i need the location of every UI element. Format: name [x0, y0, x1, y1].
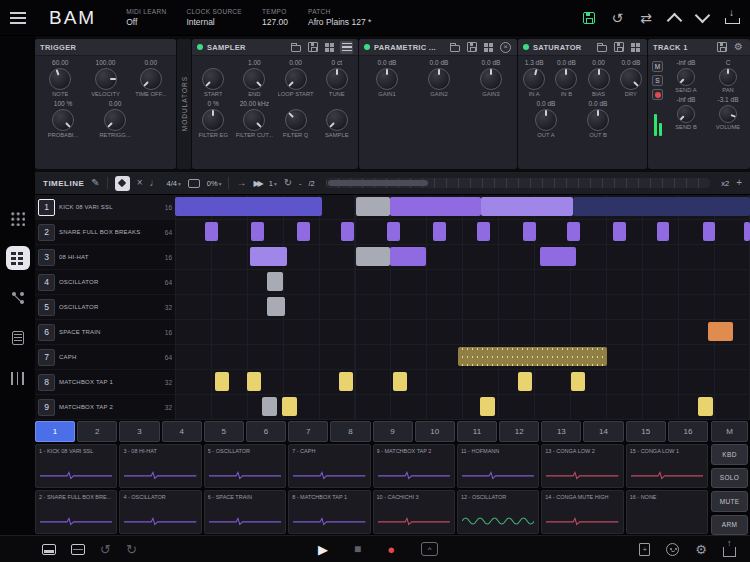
track-number[interactable]: 5: [38, 299, 55, 316]
track-number[interactable]: 6: [38, 324, 55, 341]
knob-gain2[interactable]: 0.0 dBGAIN2: [419, 59, 459, 97]
knob-dry[interactable]: 0.0 dBDRY: [615, 59, 647, 97]
note-block[interactable]: [215, 372, 229, 391]
note-block[interactable]: [387, 222, 400, 241]
sequencer-row[interactable]: [175, 345, 750, 370]
track-row[interactable]: 5OSCILLATOR32: [35, 295, 175, 320]
pattern-slot-8[interactable]: 8: [330, 421, 370, 442]
pattern-cell[interactable]: 13 - CONGA LOW 2: [541, 444, 623, 488]
track-settings-button[interactable]: ⚙: [732, 41, 745, 54]
pattern-cell[interactable]: 11 - HOFMANN: [457, 444, 539, 488]
save-preset-button[interactable]: [306, 41, 319, 54]
note-block[interactable]: [703, 222, 716, 241]
pattern-slot-14[interactable]: 14: [583, 421, 623, 442]
note-block[interactable]: [518, 372, 532, 391]
add-file-button[interactable]: +: [639, 543, 650, 556]
share-button[interactable]: [723, 542, 736, 557]
sequencer-row[interactable]: [175, 270, 750, 295]
note-block[interactable]: [356, 197, 390, 216]
knob-volume[interactable]: -3.1 dBVOLUME: [708, 96, 748, 130]
knob-gain1[interactable]: 0.0 dBGAIN1: [367, 59, 407, 97]
knob-sample[interactable]: SAMPLE: [317, 100, 357, 138]
solo-button[interactable]: SOLO: [711, 468, 748, 489]
note-block[interactable]: [433, 222, 446, 241]
pattern-slot-m[interactable]: M: [711, 421, 748, 442]
pattern-slot-16[interactable]: 16: [668, 421, 708, 442]
time-signature[interactable]: 4/4▾: [167, 179, 181, 188]
knob-note[interactable]: 60.00NOTE: [40, 59, 80, 97]
layout-split-button[interactable]: [42, 544, 56, 555]
track-number[interactable]: 7: [38, 349, 55, 366]
patch-field[interactable]: PATCH Afro Plains 127 *: [308, 8, 371, 27]
knob-loop-start[interactable]: 0.00LOOP START: [276, 59, 316, 97]
knob-dial[interactable]: [376, 68, 398, 90]
knob-filter-q[interactable]: FILTER Q: [276, 100, 316, 138]
pattern-slot-9[interactable]: 9: [373, 421, 413, 442]
scrollbar-handle[interactable]: [328, 180, 428, 186]
knob-dial[interactable]: [202, 109, 224, 131]
track-number[interactable]: 4: [38, 274, 55, 291]
pencil-tool-button[interactable]: ✎: [91, 178, 99, 188]
pattern-cell[interactable]: 6 - SPACE TRAIN: [204, 490, 286, 534]
note-block[interactable]: [390, 247, 426, 266]
fast-forward-button[interactable]: ▶▶: [253, 179, 261, 188]
track-number[interactable]: 8: [38, 374, 55, 391]
sequencer-row[interactable]: [175, 320, 750, 345]
zoom-button[interactable]: x2: [721, 179, 729, 188]
knob-dial[interactable]: [326, 109, 348, 131]
power-led-icon[interactable]: [197, 44, 203, 50]
knob-dial[interactable]: [555, 68, 577, 90]
clock-source-field[interactable]: CLOCK SOURCE Internal: [186, 8, 242, 27]
knob-dial[interactable]: [326, 68, 348, 90]
knob-dial[interactable]: [202, 68, 224, 90]
layout-full-button[interactable]: [71, 544, 85, 555]
pattern-slot-10[interactable]: 10: [415, 421, 455, 442]
track-row[interactable]: 1KICK 08 VARI SSL16: [35, 195, 175, 220]
save-preset-button[interactable]: [465, 41, 478, 54]
note-block[interactable]: [390, 197, 481, 216]
clear-button[interactable]: ×: [137, 178, 143, 188]
undo-button[interactable]: ↺: [100, 542, 111, 557]
settings-button[interactable]: ⚙: [695, 543, 707, 556]
sequencer-row[interactable]: [175, 370, 750, 395]
grid-view-button[interactable]: [629, 41, 642, 54]
solo-button[interactable]: S: [652, 75, 663, 86]
pattern-cell[interactable]: 10 - CACHICHI 3: [373, 490, 455, 534]
knob-dial[interactable]: [49, 68, 71, 90]
menu-button[interactable]: [0, 0, 35, 36]
knob-probabi-[interactable]: 100 %PROBABI...: [43, 100, 83, 138]
note-block[interactable]: [251, 222, 264, 241]
timeline-scrollbar[interactable]: [326, 178, 710, 188]
record-button[interactable]: ●: [387, 542, 395, 557]
pattern-cell[interactable]: 7 - CAPH: [288, 444, 370, 488]
sequencer-row[interactable]: [175, 220, 750, 245]
knob-send-b[interactable]: -inf dBSEND B: [666, 96, 706, 130]
snap-button[interactable]: ^: [421, 542, 438, 556]
knob-dial[interactable]: [52, 109, 74, 131]
sequencer-row[interactable]: [175, 395, 750, 420]
note-block[interactable]: [356, 247, 390, 266]
track-row[interactable]: 8MATCHBOX TAP 132: [35, 370, 175, 395]
knob-dial[interactable]: [104, 109, 126, 131]
add-button[interactable]: +: [736, 178, 742, 188]
sequencer-row[interactable]: [175, 295, 750, 320]
track-row[interactable]: 4OSCILLATOR64: [35, 270, 175, 295]
shuffle-button[interactable]: ⇄: [640, 11, 652, 25]
note-block[interactable]: [613, 222, 626, 241]
power-led-icon[interactable]: [523, 44, 529, 50]
record-arm-button[interactable]: [652, 89, 663, 100]
mute-button[interactable]: M: [652, 61, 663, 72]
save-preset-button[interactable]: [612, 41, 625, 54]
note-block[interactable]: [339, 372, 353, 391]
pattern-slot-15[interactable]: 15: [626, 421, 666, 442]
track-number[interactable]: 3: [38, 249, 55, 266]
note-block[interactable]: [175, 197, 322, 216]
pattern-slot-5[interactable]: 5: [204, 421, 244, 442]
divide-button[interactable]: /2: [309, 179, 315, 188]
knob-tune[interactable]: 0 ctTUNE: [317, 59, 357, 97]
note-block[interactable]: [262, 397, 277, 416]
sequencer-row[interactable]: [175, 195, 750, 220]
midi-learn-field[interactable]: MIDI LEARN Off: [126, 8, 166, 27]
track-row[interactable]: 308 HI-HAT16: [35, 245, 175, 270]
note-block[interactable]: [458, 347, 607, 366]
